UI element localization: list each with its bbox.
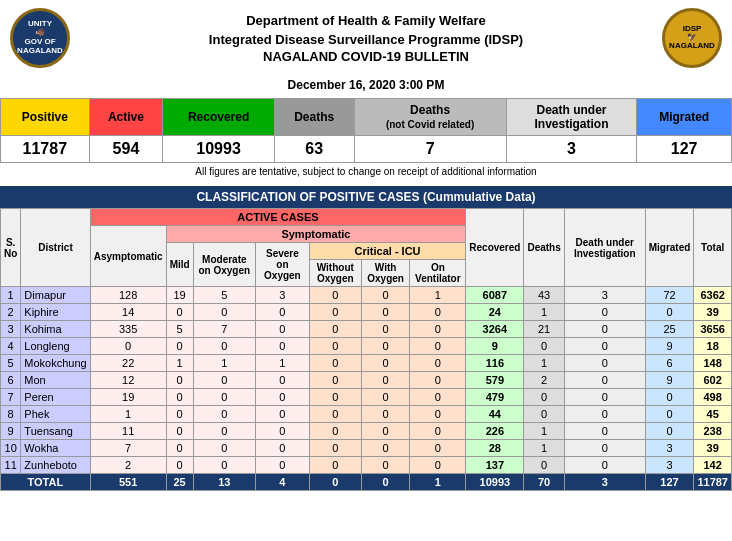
th-total-col: Total xyxy=(694,209,732,287)
val-active: 594 xyxy=(89,136,163,163)
cell: 1 xyxy=(90,406,166,423)
cell: 0 xyxy=(309,338,361,355)
th-moderate: Moderate on Oxygen xyxy=(193,243,255,287)
cell: 0 xyxy=(410,355,466,372)
cell: 72 xyxy=(645,287,694,304)
table-row: 4Longleng0000000900918 xyxy=(1,338,732,355)
cell: 0 xyxy=(361,304,410,321)
cell: 44 xyxy=(466,406,524,423)
cell: 0 xyxy=(255,423,309,440)
cell: 1 xyxy=(524,440,564,457)
cell: 0 xyxy=(255,440,309,457)
cell: 2 xyxy=(90,457,166,474)
th-deaths-noncovid: Deaths(not Covid related) xyxy=(354,99,506,136)
header-line3: NAGALAND COVID-19 BULLETIN xyxy=(70,49,662,64)
cell: 0 xyxy=(166,406,193,423)
cell: 39 xyxy=(694,440,732,457)
page-container: UNITY🐗GOV OF NAGALAND Department of Heal… xyxy=(0,0,732,491)
cell: 25 xyxy=(645,321,694,338)
cell: 226 xyxy=(466,423,524,440)
cell: 0 xyxy=(255,372,309,389)
cell: 3 xyxy=(1,321,21,338)
cell: 0 xyxy=(309,440,361,457)
cell: 0 xyxy=(645,423,694,440)
cell: 0 xyxy=(645,406,694,423)
table-row: 1Dimapur12819530016087433726362 xyxy=(1,287,732,304)
cell: 0 xyxy=(309,304,361,321)
total-label: TOTAL xyxy=(1,474,91,491)
cell: 6 xyxy=(645,355,694,372)
cell: 45 xyxy=(694,406,732,423)
cell: 0 xyxy=(564,389,645,406)
cell: 479 xyxy=(466,389,524,406)
cell: 0 xyxy=(166,372,193,389)
cell: 0 xyxy=(309,287,361,304)
cell: Dimapur xyxy=(21,287,90,304)
cell: 602 xyxy=(694,372,732,389)
table-row: 9Tuensang11000000226100238 xyxy=(1,423,732,440)
val-recovered: 10993 xyxy=(163,136,275,163)
th-sno: S.No xyxy=(1,209,21,287)
cell: 1 xyxy=(524,304,564,321)
cell: 0 xyxy=(524,406,564,423)
cell: 0 xyxy=(564,423,645,440)
cell: 9 xyxy=(466,338,524,355)
cell: 0 xyxy=(166,423,193,440)
cell: 128 xyxy=(90,287,166,304)
cell: 5 xyxy=(166,321,193,338)
summary-table: Positive Active Recovered Deaths Deaths(… xyxy=(0,98,732,163)
cell: 0 xyxy=(309,321,361,338)
total-asymptomatic: 551 xyxy=(90,474,166,491)
right-logo: IDSP🦅NAGALAND xyxy=(662,8,722,68)
cell: 0 xyxy=(410,406,466,423)
cell: 1 xyxy=(193,355,255,372)
cell: 3 xyxy=(645,440,694,457)
tentative-note: All figures are tentative, subject to ch… xyxy=(0,163,732,180)
th-deaths: Deaths xyxy=(274,99,354,136)
symptomatic-header: Symptomatic xyxy=(166,226,466,243)
cell: 0 xyxy=(166,440,193,457)
cell: 0 xyxy=(309,423,361,440)
cell: 0 xyxy=(193,389,255,406)
cell: 0 xyxy=(361,457,410,474)
critical-icu-header: Critical - ICU xyxy=(309,243,465,260)
cell: 0 xyxy=(166,338,193,355)
data-table: S.No District ACTIVE CASES Recovered Dea… xyxy=(0,208,732,491)
cell: 3 xyxy=(255,287,309,304)
cell: Mokokchung xyxy=(21,355,90,372)
cell: 4 xyxy=(1,338,21,355)
table-row: 6Mon12000000579209602 xyxy=(1,372,732,389)
cell: 0 xyxy=(255,389,309,406)
cell: Kiphire xyxy=(21,304,90,321)
cell: 11 xyxy=(90,423,166,440)
cell: 0 xyxy=(166,457,193,474)
cell: 28 xyxy=(466,440,524,457)
th-migrated-col: Migrated xyxy=(645,209,694,287)
cell: 0 xyxy=(309,355,361,372)
header-line1: Department of Health & Family Welfare xyxy=(70,12,662,30)
cell: 14 xyxy=(90,304,166,321)
th-asymptomatic: Asymptomatic xyxy=(90,226,166,287)
cell: 0 xyxy=(361,389,410,406)
cell: 0 xyxy=(309,457,361,474)
cell: Kohima xyxy=(21,321,90,338)
cell: 5 xyxy=(1,355,21,372)
cell: 1 xyxy=(524,355,564,372)
cell: 8 xyxy=(1,406,21,423)
cell: 0 xyxy=(361,287,410,304)
active-cases-header: ACTIVE CASES xyxy=(90,209,466,226)
cell: 0 xyxy=(361,338,410,355)
cell: 0 xyxy=(255,338,309,355)
cell: 12 xyxy=(90,372,166,389)
table-row: 11Zunheboto2000000137003142 xyxy=(1,457,732,474)
cell: 0 xyxy=(255,304,309,321)
cell: 39 xyxy=(694,304,732,321)
cell: 0 xyxy=(564,406,645,423)
cell: 6362 xyxy=(694,287,732,304)
th-ventilator: On Ventilator xyxy=(410,260,466,287)
cell: 0 xyxy=(361,423,410,440)
cell: 0 xyxy=(524,457,564,474)
total-total: 11787 xyxy=(694,474,732,491)
cell: 0 xyxy=(410,372,466,389)
cell: 0 xyxy=(255,457,309,474)
